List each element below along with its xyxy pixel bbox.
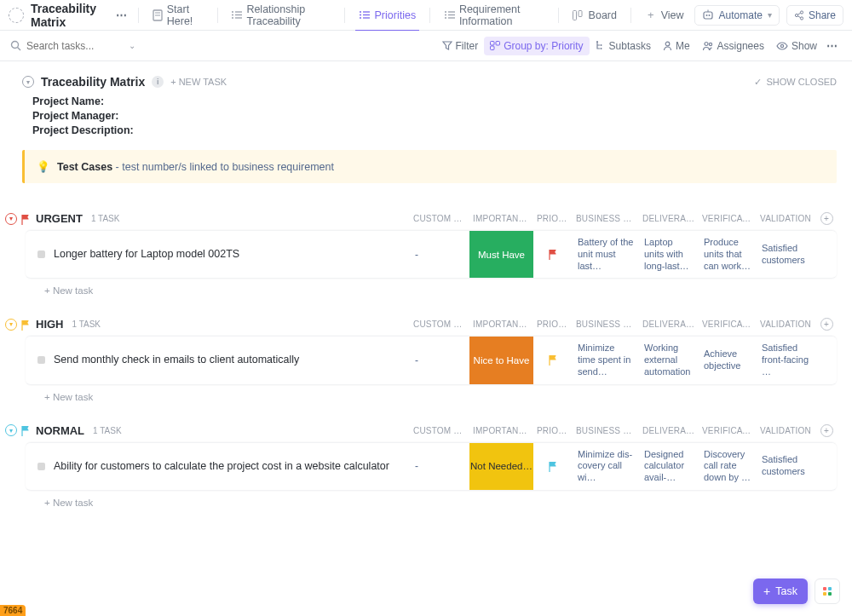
page-more-icon[interactable]: ⋯ — [112, 7, 131, 23]
automate-button[interactable]: Automate ▾ — [694, 5, 780, 26]
search-wrap[interactable]: ⌄ — [10, 40, 135, 52]
task-row[interactable]: Send monthly check in emails to client a… — [26, 336, 837, 384]
importance-pill: Must Have — [469, 231, 533, 278]
svg-point-40 — [665, 42, 670, 46]
col-business-obj[interactable]: BUSINESS OBJE… — [573, 318, 639, 331]
business-obj-cell[interactable]: Minimize time spent in send… — [573, 337, 639, 383]
add-column[interactable]: + — [816, 423, 837, 439]
importance-cell[interactable]: Must Have — [469, 231, 533, 278]
verification-cell[interactable]: Achieve objective — [699, 337, 757, 383]
col-deliverables[interactable]: DELIVERABLES — [639, 318, 699, 331]
view-tab-start-here[interactable]: Start Here! — [146, 0, 210, 31]
priority-cell[interactable] — [533, 443, 573, 490]
task-name-cell[interactable]: Ability for customers to calculate the p… — [26, 443, 410, 490]
plus-circle-icon[interactable]: + — [820, 424, 833, 437]
col-priority[interactable]: PRIORITY — [533, 318, 573, 331]
info-icon[interactable]: i — [152, 76, 164, 88]
col-custom-task-id[interactable]: CUSTOM TASK ID — [410, 318, 469, 331]
group-header[interactable]: ▾ HIGH 1 TASK CUSTOM TASK ID IMPORTANCE … — [5, 313, 837, 336]
plus-circle-icon[interactable]: + — [820, 212, 833, 225]
view-tab-priorities[interactable]: Priorities — [352, 0, 423, 31]
assignees-button[interactable]: Assignees — [696, 37, 770, 55]
new-task-inline[interactable]: + New task — [44, 279, 837, 296]
importance-cell[interactable]: Nice to Have — [469, 337, 533, 383]
col-validation[interactable]: VALIDATION — [757, 212, 816, 225]
deliverables-cell[interactable]: Laptop units with long-last… — [639, 231, 699, 278]
col-validation[interactable]: VALIDATION — [757, 424, 816, 437]
col-business-obj[interactable]: BUSINESS OBJE… — [573, 212, 639, 225]
col-priority[interactable]: PRIORITY — [533, 424, 573, 437]
svg-point-24 — [705, 14, 707, 16]
col-importance[interactable]: IMPORTANCE — [469, 212, 533, 225]
view-tab-requirement-information[interactable]: Requirement Information — [437, 0, 551, 31]
subtasks-button[interactable]: Subtasks — [590, 37, 657, 55]
search-input[interactable] — [26, 40, 120, 52]
deliverables-cell[interactable]: Working exter­nal automation — [639, 337, 699, 383]
priority-cell[interactable] — [533, 337, 573, 383]
share-button[interactable]: Share — [786, 5, 843, 26]
show-closed-button[interactable]: ✓ SHOW CLOSED — [754, 77, 837, 88]
group-by-button[interactable]: Group by: Priority — [484, 37, 589, 55]
col-verification[interactable]: VERIFICATION — [699, 424, 757, 437]
col-importance[interactable]: IMPORTANCE — [469, 318, 533, 331]
col-verification[interactable]: VERIFICATION — [699, 212, 757, 225]
custom-task-id-cell[interactable]: - — [410, 443, 469, 490]
business-obj-cell[interactable]: Minimize dis­covery call wi… — [573, 443, 639, 490]
new-task-button[interactable]: + NEW TASK — [170, 77, 227, 87]
importance-cell[interactable]: Not Needed… — [469, 443, 533, 490]
col-custom-task-id[interactable]: CUSTOM TASK ID — [410, 424, 469, 437]
col-verification[interactable]: VERIFICATION — [699, 318, 757, 331]
validation-cell[interactable]: Satisfied customers — [757, 443, 816, 490]
priority-cell[interactable] — [533, 231, 573, 278]
collapse-caret-icon[interactable]: ▾ — [22, 76, 34, 88]
add-column[interactable]: + — [816, 316, 837, 332]
flag-icon — [20, 320, 31, 330]
col-custom-task-id[interactable]: CUSTOM TASK ID — [410, 212, 469, 225]
collapse-caret-icon[interactable]: ▾ — [5, 319, 17, 331]
callout-text: Test Cases - test number/s linked to bus… — [57, 161, 334, 173]
task-row[interactable]: Ability for customers to calculate the p… — [26, 442, 837, 491]
robot-icon — [702, 9, 714, 20]
view-tab-board[interactable]: Board — [566, 0, 624, 31]
plus-circle-icon[interactable]: + — [820, 318, 833, 331]
chevron-down-icon[interactable]: ⌄ — [129, 41, 135, 50]
group-header[interactable]: ▾ URGENT 1 TASK CUSTOM TASK ID IMPORTANC… — [5, 207, 837, 230]
custom-task-id-cell[interactable]: - — [410, 337, 469, 383]
collapse-caret-icon[interactable]: ▾ — [5, 424, 17, 436]
status-square-icon[interactable] — [37, 356, 45, 364]
validation-cell[interactable]: Satisfied front-facing … — [757, 337, 816, 383]
new-task-fab[interactable]: + Task — [753, 579, 808, 604]
col-validation[interactable]: VALIDATION — [757, 318, 816, 331]
apps-grid-button[interactable] — [815, 579, 840, 604]
custom-task-id-cell[interactable]: - — [410, 231, 469, 278]
toolbar-more-icon[interactable]: ⋯ — [823, 36, 842, 55]
me-button[interactable]: Me — [657, 37, 696, 55]
col-deliverables[interactable]: DELIVERABLES — [639, 424, 699, 437]
deliverables-cell[interactable]: Designed cal­culator avail-… — [639, 443, 699, 490]
task-row[interactable]: Longer battery for Laptop model 002TS - … — [26, 230, 837, 279]
new-task-inline[interactable]: + New task — [44, 385, 837, 402]
verification-cell[interactable]: Discovery call rate down by … — [699, 443, 757, 490]
status-square-icon[interactable] — [37, 463, 45, 470]
show-button[interactable]: Show — [770, 37, 823, 55]
col-business-obj[interactable]: BUSINESS OBJE… — [573, 424, 639, 437]
business-obj-cell[interactable]: Battery of the unit must last… — [573, 231, 639, 278]
filter-icon — [442, 41, 452, 50]
view-tab-add-view[interactable]: + View — [638, 0, 691, 31]
verification-cell[interactable]: Produce units that can work… — [699, 231, 757, 278]
col-importance[interactable]: IMPORTANCE — [469, 424, 533, 437]
svg-rect-36 — [491, 46, 495, 50]
status-square-icon[interactable] — [37, 250, 45, 258]
add-column[interactable]: + — [816, 210, 837, 227]
task-name-cell[interactable]: Longer battery for Laptop model 002TS — [26, 231, 410, 278]
group-header[interactable]: ▾ NORMAL 1 TASK CUSTOM TASK ID IMPORTANC… — [5, 419, 837, 442]
new-task-inline[interactable]: + New task — [44, 491, 837, 508]
group-count: 1 TASK — [93, 426, 122, 435]
validation-cell[interactable]: Satisfied customers — [757, 231, 816, 278]
col-priority[interactable]: PRIORITY — [533, 212, 573, 225]
task-name-cell[interactable]: Send monthly check in emails to client a… — [26, 337, 410, 383]
view-tab-relationship-traceability[interactable]: Relationship Traceability — [224, 0, 337, 31]
collapse-caret-icon[interactable]: ▾ — [5, 213, 17, 225]
col-deliverables[interactable]: DELIVERABLES — [639, 212, 699, 225]
filter-button[interactable]: Filter — [436, 37, 485, 55]
